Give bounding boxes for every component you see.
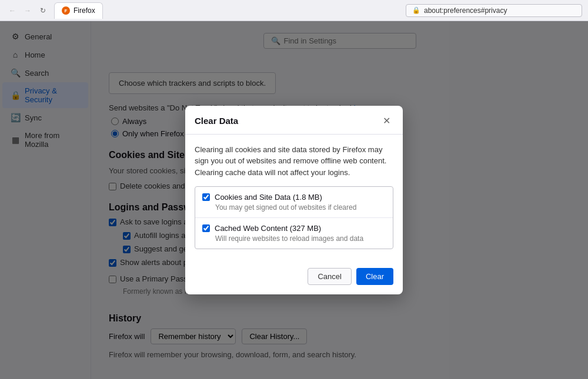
cache-option-title: Cached Web Content (327 MB) [202, 224, 386, 233]
address-bar[interactable]: 🔒 about:preferences#privacy [406, 4, 582, 17]
dialog-header: Clear Data ✕ [185, 106, 403, 135]
tab-bar: F Firefox [54, 2, 401, 19]
dialog-body: Clearing all cookies and site data store… [185, 135, 403, 269]
firefox-favicon: F [62, 6, 70, 15]
cache-option-checkbox[interactable] [202, 224, 210, 232]
modal-overlay: Clear Data ✕ Clearing all cookies and si… [0, 21, 588, 379]
clear-button[interactable]: Clear [356, 268, 393, 285]
cookies-option-title: Cookies and Site Data (1.8 MB) [202, 193, 386, 202]
clear-data-dialog: Clear Data ✕ Clearing all cookies and si… [185, 106, 403, 295]
address-text: about:preferences#privacy [424, 6, 507, 15]
dialog-footer: Cancel Clear [185, 268, 403, 294]
lock-icon: 🔒 [412, 6, 420, 14]
dialog-option-cache: Cached Web Content (327 MB) Will require… [195, 218, 393, 249]
dialog-options: Cookies and Site Data (1.8 MB) You may g… [195, 186, 393, 249]
cancel-button[interactable]: Cancel [308, 268, 351, 285]
dialog-description: Clearing all cookies and site data store… [195, 144, 393, 179]
dialog-close-button[interactable]: ✕ [379, 114, 393, 128]
reload-button[interactable]: ↻ [36, 4, 49, 17]
browser-tab[interactable]: F Firefox [54, 2, 103, 19]
cookies-option-checkbox[interactable] [202, 193, 210, 201]
cookies-option-desc: You may get signed out of websites if cl… [215, 203, 386, 212]
dialog-title: Clear Data [195, 116, 238, 126]
dialog-option-cookies: Cookies and Site Data (1.8 MB) You may g… [195, 187, 393, 218]
nav-buttons: ← → ↻ [6, 4, 49, 17]
cache-option-desc: Will require websites to reload images a… [215, 234, 386, 243]
back-button[interactable]: ← [6, 4, 19, 17]
browser-chrome: ← → ↻ F Firefox 🔒 about:preferences#priv… [0, 0, 588, 21]
tab-title: Firefox [74, 6, 95, 15]
forward-button[interactable]: → [21, 4, 34, 17]
